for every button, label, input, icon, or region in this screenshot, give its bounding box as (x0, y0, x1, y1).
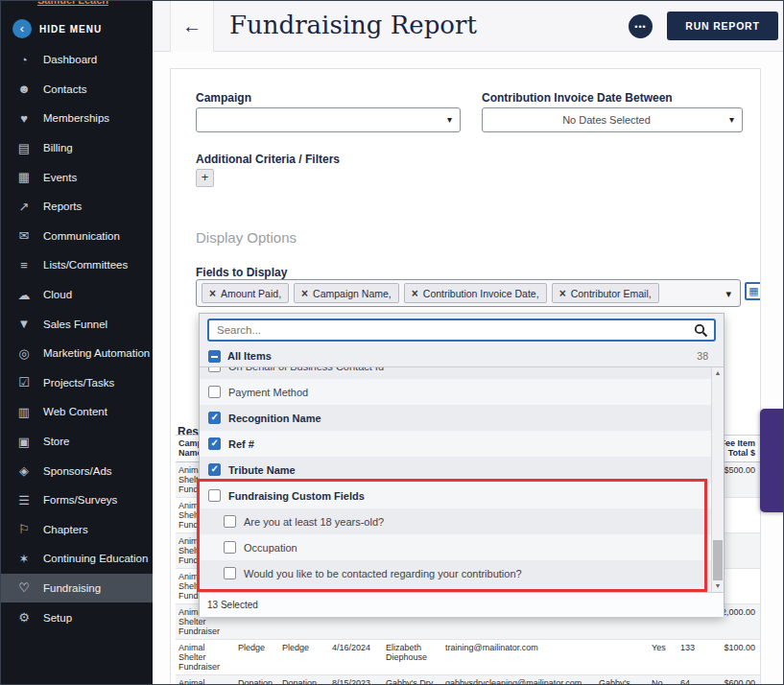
sidebar-item-projects-tasks[interactable]: ☑Projects/Tasks (1, 368, 153, 398)
remove-icon[interactable]: × (412, 288, 418, 299)
side-panel-tab[interactable] (760, 409, 784, 512)
sidebar-item-fundraising[interactable]: ♡Fundraising (1, 574, 153, 603)
sidebar-item-label: Events (43, 172, 77, 183)
sidebar-item-cloud[interactable]: ☁Cloud (1, 280, 153, 310)
checkbox[interactable] (208, 489, 221, 502)
dropdown-search (200, 314, 724, 345)
sidebar-item-label: Fundraising (43, 582, 101, 594)
all-items-label: All Items (227, 350, 697, 362)
dropdown-scrollbar[interactable]: ▲ ▼ (711, 367, 724, 592)
remove-icon[interactable]: × (209, 288, 216, 299)
reports-icon: ↗ (14, 201, 34, 213)
projects-tasks-icon: ☑ (14, 376, 34, 389)
checkbox[interactable] (224, 515, 236, 528)
dropdown-option-ref-number[interactable]: Ref # (200, 431, 711, 457)
sidebar-item-communication[interactable]: ✉Communication (1, 222, 153, 251)
sidebar-item-forms-surveys[interactable]: ☰Forms/Surveys (1, 485, 153, 515)
chip-label: Campaign Name, (313, 288, 392, 299)
dropdown-option-fundraising-custom-fields[interactable]: Fundraising Custom Fields (200, 483, 711, 508)
store-icon: ▣ (14, 436, 34, 448)
sidebar-item-web-content[interactable]: ▥Web Content (1, 397, 153, 427)
cell: $100.00 (706, 640, 760, 674)
marketing-automation-icon: ◎ (14, 347, 34, 360)
sidebar-item-label: Communication (43, 230, 120, 242)
dropdown-option-contact-regarding-contribution[interactable]: Would you like to be contacted regarding… (200, 560, 711, 586)
dropdown-option-are-you-at-least-18[interactable]: Are you at least 18 years-old? (200, 508, 711, 534)
checkbox[interactable] (224, 541, 236, 554)
add-filter-button[interactable]: + (196, 169, 214, 187)
table-row: Animal ShelterDonationDonation8/15/2023G… (176, 675, 760, 685)
chip-campaign-name[interactable]: ×Campaign Name, (294, 283, 399, 303)
chip-contributor-email[interactable]: ×Contributor Email, (552, 283, 659, 303)
option-label: Payment Method (228, 387, 308, 398)
sidebar-item-marketing-automation[interactable]: ◎Marketing Automation (1, 339, 153, 368)
scroll-down-icon[interactable]: ▼ (712, 580, 724, 592)
lists-committees-icon: ≡ (14, 259, 34, 272)
checkbox[interactable] (208, 412, 221, 424)
checkbox[interactable] (208, 463, 221, 476)
dropdown-option-tribute-name[interactable]: Tribute Name (200, 457, 711, 483)
sidebar-item-lists-committees[interactable]: ≡Lists/Committees (1, 250, 153, 280)
chip-contribution-invoice-date[interactable]: ×Contribution Invoice Date, (404, 283, 547, 303)
more-options-button[interactable]: ••• (629, 14, 653, 38)
chip-amount-paid[interactable]: ×Amount Paid, (202, 283, 289, 303)
sidebar-item-sponsors-ads[interactable]: ◈Sponsors/Ads (1, 456, 153, 485)
dropdown-option-recognition-name[interactable]: Recognition Name (200, 405, 711, 431)
sidebar-item-sales-funnel[interactable]: ▼Sales Funnel (1, 309, 153, 339)
sidebar-item-label: Continuing Education (43, 553, 148, 564)
back-button[interactable]: ← (170, 1, 214, 52)
option-label: Are you at least 18 years-old? (244, 516, 384, 528)
checkbox[interactable] (208, 367, 221, 372)
sidebar-item-chapters[interactable]: ⚐Chapters (1, 515, 153, 545)
checkbox[interactable] (208, 437, 221, 450)
checkbox[interactable] (224, 567, 236, 579)
date-between-select[interactable]: No Dates Selected ▾ (482, 107, 743, 132)
table-columns-icon[interactable]: ▦ (745, 282, 761, 300)
scroll-up-icon[interactable]: ▲ (712, 367, 724, 379)
continuing-education-icon: ✶ (14, 553, 34, 565)
sidebar-item-dashboard[interactable]: ◔Dashboard (1, 45, 153, 75)
web-content-icon: ▥ (14, 406, 34, 418)
run-report-button[interactable]: RUN REPORT (667, 12, 778, 40)
cell: Gabby's Dry (596, 675, 649, 685)
cell: $600.00 (706, 675, 760, 685)
sidebar-item-label: Cloud (43, 289, 72, 300)
sidebar-item-reports[interactable]: ↗Reports (1, 192, 153, 222)
remove-icon[interactable]: × (559, 288, 566, 299)
hide-menu-button[interactable]: ‹ HIDE MENU (1, 1, 153, 43)
fields-to-display-multiselect[interactable]: ×Amount Paid, ×Campaign Name, ×Contribut… (196, 279, 741, 307)
cell: 64 (677, 675, 706, 685)
cell (596, 640, 649, 674)
all-items-row[interactable]: All Items 38 (200, 345, 724, 367)
sidebar-item-contacts[interactable]: ☻Contacts (1, 75, 153, 105)
sidebar-item-label: Reports (43, 201, 82, 212)
sponsors-ads-icon: ◈ (14, 464, 34, 477)
scrollbar-thumb[interactable] (713, 540, 723, 580)
account-link[interactable]: Samuel Leach (37, 1, 108, 6)
cell: Pledge (279, 640, 329, 674)
sidebar-item-label: Setup (43, 612, 72, 624)
sidebar-item-events[interactable]: ▦Events (1, 162, 153, 192)
sidebar-item-continuing-education[interactable]: ✶Continuing Education (1, 544, 153, 574)
all-items-checkbox[interactable] (208, 350, 221, 363)
sidebar-item-label: Dashboard (43, 54, 97, 65)
dropdown-option-payment-method[interactable]: Payment Method (200, 379, 711, 405)
app-window: Samuel Leach ‹ HIDE MENU ◔Dashboard ☻Con… (0, 0, 784, 685)
campaign-select[interactable]: ▾ (196, 107, 461, 132)
sidebar-item-store[interactable]: ▣Store (1, 427, 153, 457)
sidebar-item-label: Chapters (43, 524, 88, 535)
search-input[interactable] (207, 319, 716, 342)
additional-criteria-label: Additional Criteria / Filters (196, 153, 340, 166)
dropdown-option-on-behalf-of-business-contact-id[interactable]: On Behalf of Business Contact Id (200, 367, 711, 379)
sidebar-item-memberships[interactable]: ♥Memberships (1, 104, 153, 133)
dropdown-option-occupation[interactable]: Occupation (200, 534, 711, 560)
option-label: On Behalf of Business Contact Id (228, 367, 384, 372)
sidebar-item-billing[interactable]: ▤Billing (1, 133, 153, 163)
sidebar-item-setup[interactable]: ⚙Setup (1, 602, 153, 632)
cell: Donation (279, 675, 329, 685)
remove-icon[interactable]: × (301, 288, 308, 299)
checkbox[interactable] (208, 386, 221, 398)
cell: 8/15/2023 (329, 675, 383, 685)
sidebar-nav: ◔Dashboard ☻Contacts ♥Memberships ▤Billi… (1, 45, 153, 632)
cell: Elizabeth Diephouse (383, 640, 442, 674)
